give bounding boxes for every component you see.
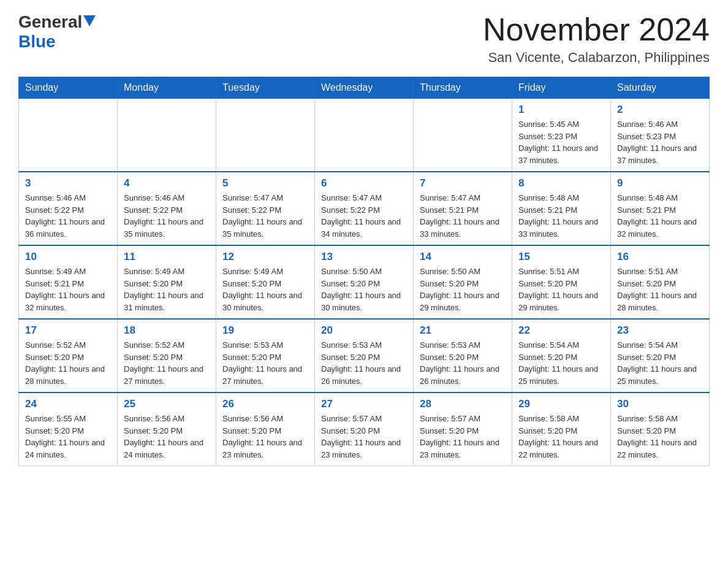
day-number: 24 (25, 398, 111, 410)
calendar-cell: 20Sunrise: 5:53 AM Sunset: 5:20 PM Dayli… (315, 319, 414, 393)
day-info: Sunrise: 5:58 AM Sunset: 5:20 PM Dayligh… (617, 413, 703, 461)
day-number: 9 (617, 177, 703, 190)
calendar-cell: 16Sunrise: 5:51 AM Sunset: 5:20 PM Dayli… (611, 245, 710, 319)
day-number: 15 (518, 251, 604, 263)
day-number: 10 (25, 251, 111, 263)
day-number: 22 (518, 324, 604, 337)
calendar-cell (414, 99, 512, 172)
calendar-cell: 17Sunrise: 5:52 AM Sunset: 5:20 PM Dayli… (19, 319, 118, 393)
day-info: Sunrise: 5:47 AM Sunset: 5:22 PM Dayligh… (222, 192, 308, 240)
calendar-cell: 24Sunrise: 5:55 AM Sunset: 5:20 PM Dayli… (19, 393, 118, 466)
calendar-cell: 27Sunrise: 5:57 AM Sunset: 5:20 PM Dayli… (315, 393, 414, 466)
day-info: Sunrise: 5:49 AM Sunset: 5:21 PM Dayligh… (25, 266, 111, 313)
day-info: Sunrise: 5:53 AM Sunset: 5:20 PM Dayligh… (222, 339, 308, 387)
calendar-cell: 12Sunrise: 5:49 AM Sunset: 5:20 PM Dayli… (216, 245, 315, 319)
day-info: Sunrise: 5:55 AM Sunset: 5:20 PM Dayligh… (25, 413, 111, 461)
calendar-cell: 6Sunrise: 5:47 AM Sunset: 5:22 PM Daylig… (315, 172, 414, 245)
day-number: 21 (420, 324, 506, 337)
month-year-title: November 2024 (483, 12, 710, 47)
day-info: Sunrise: 5:51 AM Sunset: 5:20 PM Dayligh… (518, 266, 604, 313)
calendar-week-row: 1Sunrise: 5:45 AM Sunset: 5:23 PM Daylig… (19, 99, 710, 172)
calendar-cell (118, 99, 216, 172)
calendar-cell: 11Sunrise: 5:49 AM Sunset: 5:20 PM Dayli… (118, 245, 216, 319)
day-info: Sunrise: 5:53 AM Sunset: 5:20 PM Dayligh… (420, 339, 506, 387)
day-number: 5 (222, 177, 308, 190)
day-info: Sunrise: 5:51 AM Sunset: 5:20 PM Dayligh… (617, 266, 703, 313)
day-info: Sunrise: 5:49 AM Sunset: 5:20 PM Dayligh… (222, 266, 308, 313)
calendar-cell (216, 99, 315, 172)
calendar-cell: 25Sunrise: 5:56 AM Sunset: 5:20 PM Dayli… (118, 393, 216, 466)
calendar-week-row: 10Sunrise: 5:49 AM Sunset: 5:21 PM Dayli… (19, 245, 710, 319)
day-info: Sunrise: 5:46 AM Sunset: 5:23 PM Dayligh… (617, 118, 703, 166)
calendar-header-tuesday: Tuesday (216, 77, 315, 99)
calendar-cell: 21Sunrise: 5:53 AM Sunset: 5:20 PM Dayli… (414, 319, 512, 393)
calendar-cell (315, 99, 414, 172)
day-number: 16 (617, 251, 703, 263)
day-info: Sunrise: 5:47 AM Sunset: 5:22 PM Dayligh… (321, 192, 407, 240)
day-number: 29 (518, 398, 604, 410)
calendar-cell: 29Sunrise: 5:58 AM Sunset: 5:20 PM Dayli… (512, 393, 611, 466)
day-info: Sunrise: 5:48 AM Sunset: 5:21 PM Dayligh… (617, 192, 703, 240)
day-number: 13 (321, 251, 407, 263)
calendar-cell: 14Sunrise: 5:50 AM Sunset: 5:20 PM Dayli… (414, 245, 512, 319)
calendar-cell: 7Sunrise: 5:47 AM Sunset: 5:21 PM Daylig… (414, 172, 512, 245)
day-number: 8 (518, 177, 604, 190)
day-number: 12 (222, 251, 308, 263)
day-number: 19 (222, 324, 308, 337)
logo-blue-text: Blue (18, 32, 56, 51)
day-number: 25 (124, 398, 210, 410)
day-number: 2 (617, 104, 703, 116)
page-header: General Blue November 2024 San Vicente, … (18, 12, 710, 66)
day-number: 18 (124, 324, 210, 337)
calendar-header-row: SundayMondayTuesdayWednesdayThursdayFrid… (19, 77, 710, 99)
calendar-cell: 2Sunrise: 5:46 AM Sunset: 5:23 PM Daylig… (611, 99, 710, 172)
day-number: 1 (518, 104, 604, 116)
day-number: 30 (617, 398, 703, 410)
location-subtitle: San Vicente, Calabarzon, Philippines (483, 50, 710, 66)
day-info: Sunrise: 5:49 AM Sunset: 5:20 PM Dayligh… (124, 266, 210, 313)
day-info: Sunrise: 5:52 AM Sunset: 5:20 PM Dayligh… (25, 339, 111, 387)
day-info: Sunrise: 5:54 AM Sunset: 5:20 PM Dayligh… (617, 339, 703, 387)
day-number: 26 (222, 398, 308, 410)
day-number: 17 (25, 324, 111, 337)
calendar-week-row: 24Sunrise: 5:55 AM Sunset: 5:20 PM Dayli… (19, 393, 710, 466)
day-info: Sunrise: 5:50 AM Sunset: 5:20 PM Dayligh… (420, 266, 506, 313)
logo-triangle-icon (83, 15, 96, 26)
calendar-cell: 28Sunrise: 5:57 AM Sunset: 5:20 PM Dayli… (414, 393, 512, 466)
calendar-cell: 3Sunrise: 5:46 AM Sunset: 5:22 PM Daylig… (19, 172, 118, 245)
calendar-cell: 26Sunrise: 5:56 AM Sunset: 5:20 PM Dayli… (216, 393, 315, 466)
day-number: 23 (617, 324, 703, 337)
day-number: 6 (321, 177, 407, 190)
calendar-cell: 1Sunrise: 5:45 AM Sunset: 5:23 PM Daylig… (512, 99, 611, 172)
day-number: 27 (321, 398, 407, 410)
day-number: 7 (420, 177, 506, 190)
calendar-cell: 15Sunrise: 5:51 AM Sunset: 5:20 PM Dayli… (512, 245, 611, 319)
title-area: November 2024 San Vicente, Calabarzon, P… (483, 12, 710, 66)
day-info: Sunrise: 5:54 AM Sunset: 5:20 PM Dayligh… (518, 339, 604, 387)
calendar-header-friday: Friday (512, 77, 611, 99)
calendar-table: SundayMondayTuesdayWednesdayThursdayFrid… (18, 77, 710, 466)
day-number: 20 (321, 324, 407, 337)
day-info: Sunrise: 5:46 AM Sunset: 5:22 PM Dayligh… (124, 192, 210, 240)
day-info: Sunrise: 5:57 AM Sunset: 5:20 PM Dayligh… (321, 413, 407, 461)
calendar-cell: 18Sunrise: 5:52 AM Sunset: 5:20 PM Dayli… (118, 319, 216, 393)
day-number: 3 (25, 177, 111, 190)
calendar-week-row: 3Sunrise: 5:46 AM Sunset: 5:22 PM Daylig… (19, 172, 710, 245)
day-number: 28 (420, 398, 506, 410)
calendar-header-sunday: Sunday (19, 77, 118, 99)
calendar-header-monday: Monday (118, 77, 216, 99)
calendar-cell: 8Sunrise: 5:48 AM Sunset: 5:21 PM Daylig… (512, 172, 611, 245)
day-info: Sunrise: 5:45 AM Sunset: 5:23 PM Dayligh… (518, 118, 604, 166)
day-info: Sunrise: 5:56 AM Sunset: 5:20 PM Dayligh… (124, 413, 210, 461)
calendar-header-wednesday: Wednesday (315, 77, 414, 99)
day-info: Sunrise: 5:52 AM Sunset: 5:20 PM Dayligh… (124, 339, 210, 387)
day-info: Sunrise: 5:48 AM Sunset: 5:21 PM Dayligh… (518, 192, 604, 240)
day-info: Sunrise: 5:50 AM Sunset: 5:20 PM Dayligh… (321, 266, 407, 313)
day-number: 4 (124, 177, 210, 190)
calendar-cell: 19Sunrise: 5:53 AM Sunset: 5:20 PM Dayli… (216, 319, 315, 393)
calendar-cell: 23Sunrise: 5:54 AM Sunset: 5:20 PM Dayli… (611, 319, 710, 393)
logo: General Blue (18, 12, 96, 52)
calendar-cell: 5Sunrise: 5:47 AM Sunset: 5:22 PM Daylig… (216, 172, 315, 245)
calendar-header-saturday: Saturday (611, 77, 710, 99)
day-info: Sunrise: 5:53 AM Sunset: 5:20 PM Dayligh… (321, 339, 407, 387)
